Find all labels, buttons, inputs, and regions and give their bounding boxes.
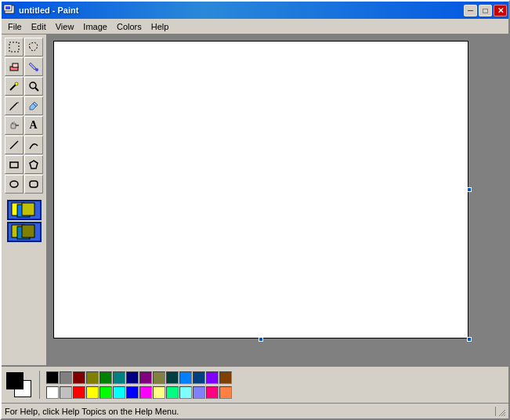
toolbar: A [2,34,47,365]
color-swatch[interactable] [219,371,232,384]
color-swatch[interactable] [139,386,152,399]
special-tool-2[interactable] [7,222,42,242]
color-swatch[interactable] [126,371,139,384]
tool-curve[interactable] [24,136,43,154]
svg-rect-30 [22,225,34,237]
color-swatch[interactable] [113,371,125,384]
tool-color-pick[interactable] [5,77,24,96]
svg-rect-2 [5,6,10,9]
color-swatch[interactable] [46,371,59,384]
tool-brush[interactable] [24,96,43,115]
tool-text[interactable]: A [24,116,43,135]
color-swatch[interactable] [126,386,139,399]
color-swatch[interactable] [139,371,152,384]
app-icon [3,4,16,16]
tool-line[interactable] [5,136,24,154]
tool-grid: A [5,38,44,194]
tool-eraser[interactable] [5,57,24,76]
status-text: For Help, click Help Topics on the Help … [5,407,496,416]
color-swatch[interactable] [193,386,205,399]
resize-handle-bottom[interactable] [259,337,263,342]
color-swatch[interactable] [99,386,112,399]
svg-rect-5 [13,63,18,67]
close-button[interactable]: ✕ [494,5,507,16]
canvas-wrapper [53,41,468,339]
svg-point-9 [30,82,36,89]
color-swatch[interactable] [166,371,179,384]
color-swatch[interactable] [206,371,219,384]
tool-select-rect[interactable] [5,38,24,56]
resize-handle-corner[interactable] [467,337,472,342]
color-swatch[interactable] [60,371,72,384]
color-swatches [46,371,232,400]
color-swatch[interactable] [193,371,205,384]
titlebar: untitled - Paint ─ □ ✕ [2,2,508,19]
color-swatch[interactable] [153,386,165,399]
palette-divider [39,371,40,399]
svg-line-20 [10,141,18,149]
menu-edit[interactable]: Edit [27,20,51,33]
color-swatch[interactable] [206,386,219,399]
svg-line-11 [10,103,17,110]
menu-colors[interactable]: Colors [112,20,146,33]
tool-airbrush[interactable] [5,116,24,135]
color-swatch[interactable] [219,386,232,399]
menubar: File Edit View Image Colors Help [2,19,508,34]
color-swatch[interactable] [60,386,72,399]
color-swatch[interactable] [46,386,59,399]
color-swatch[interactable] [179,386,192,399]
foreground-color[interactable] [6,372,24,389]
tool-rounded-rect[interactable] [24,175,43,194]
tool-select-free[interactable] [24,38,43,56]
paint-canvas[interactable] [53,41,468,339]
color-swatch[interactable] [73,386,85,399]
special-tool-1[interactable] [7,200,42,220]
svg-rect-15 [11,124,16,129]
tool-fill[interactable] [24,57,43,76]
color-swatch[interactable] [86,386,99,399]
svg-point-18 [13,121,14,122]
statusbar: For Help, click Help Topics on the Help … [2,403,508,418]
minimize-button[interactable]: ─ [464,5,477,16]
color-swatch[interactable] [179,371,192,384]
menu-help[interactable]: Help [146,20,174,33]
svg-line-33 [504,415,505,416]
svg-point-6 [35,68,38,71]
svg-rect-27 [22,203,34,215]
menu-image[interactable]: Image [78,20,112,33]
svg-rect-24 [30,181,38,187]
tool-ellipse[interactable] [5,175,24,194]
color-swatch[interactable] [73,371,85,384]
resize-handle-right[interactable] [467,187,472,192]
menu-view[interactable]: View [51,20,79,33]
svg-point-17 [12,122,13,124]
titlebar-buttons: ─ □ ✕ [464,5,507,16]
tool-rect[interactable] [5,155,24,174]
titlebar-left: untitled - Paint [3,4,78,16]
tool-magnifier[interactable] [24,77,43,96]
svg-marker-22 [30,161,38,168]
svg-point-23 [10,181,18,187]
color-swatch[interactable] [113,386,125,399]
window-title: untitled - Paint [19,5,78,15]
svg-point-8 [15,82,18,85]
tool-pencil[interactable] [5,96,24,115]
paint-window: untitled - Paint ─ □ ✕ File Edit View Im… [0,0,510,420]
color-swatch[interactable] [86,371,99,384]
svg-point-19 [15,123,16,124]
svg-line-10 [35,88,38,91]
canvas-container[interactable] [47,34,508,365]
color-swatch[interactable] [153,371,165,384]
resize-grip[interactable] [496,407,505,416]
color-swatch[interactable] [166,386,179,399]
palette-bar [2,365,508,403]
current-colors [5,371,33,399]
main-content: A [2,34,508,365]
color-swatch[interactable] [99,371,112,384]
menu-file[interactable]: File [3,20,27,33]
svg-rect-21 [10,162,18,168]
svg-rect-3 [9,42,19,52]
maximize-button[interactable]: □ [479,5,492,16]
tool-polygon[interactable] [24,155,43,174]
